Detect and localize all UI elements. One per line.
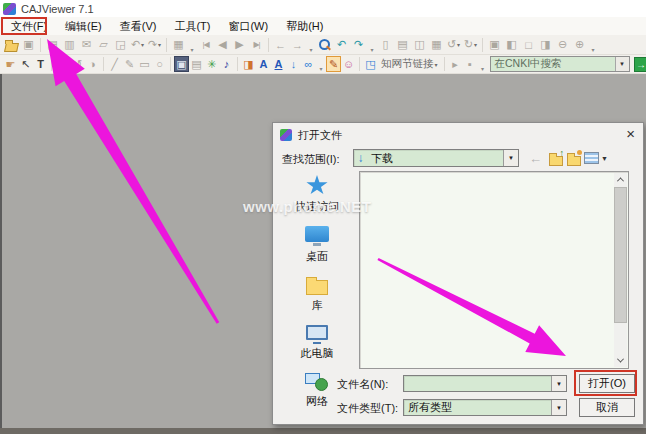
title-bar: CAJViewer 7.1 — [0, 0, 646, 17]
sidebar-item-this-pc[interactable]: 此电脑 — [301, 325, 334, 361]
toolbar-overflow-icon[interactable]: ▾ — [188, 37, 196, 53]
app-icon — [3, 3, 16, 15]
menu-help[interactable]: 帮助(H) — [277, 17, 332, 36]
email-icon[interactable]: ✉ — [78, 37, 95, 53]
rotate-back-icon[interactable]: ↺ — [70, 56, 85, 72]
previous-page-icon[interactable]: ◀ — [214, 37, 231, 53]
menu-window[interactable]: 窗口(W) — [219, 17, 277, 36]
image-select-icon[interactable]: ▣ — [174, 56, 189, 72]
view-menu-icon[interactable]: ▼ — [583, 150, 609, 166]
chevron-down-icon[interactable]: ▼ — [551, 400, 566, 415]
menu-file[interactable]: 文件(F) — [2, 17, 56, 36]
cancel-button[interactable]: 取消 — [579, 398, 635, 417]
look-in-combobox[interactable]: ↓ 下载 ▼ — [353, 149, 519, 167]
continuous-page-icon[interactable]: ▤ — [394, 37, 411, 53]
actual-size-icon[interactable]: □ — [520, 37, 537, 53]
properties-icon[interactable]: ▦ — [170, 37, 187, 53]
text-select-icon[interactable]: T — [33, 56, 48, 72]
toolbar-main: ▣▤▥✉▱◲↶↷▦▾|◀◀▶▶|←→▾↶↷▾▯▤◫▦↺↻▣◧□◨⊖⊕▾ — [0, 35, 646, 55]
rotate-right-icon[interactable]: ↻ — [462, 37, 479, 53]
save-icon[interactable]: ▣ — [20, 37, 37, 53]
scrollbar[interactable] — [614, 173, 627, 367]
rectangle-tool-icon[interactable]: ▭ — [137, 56, 152, 72]
previous-view-icon[interactable]: ↶ — [333, 37, 350, 53]
print-preview-icon[interactable]: ▥ — [61, 37, 78, 53]
mirror-icon[interactable]: ◑ — [85, 56, 100, 72]
ocr-tool-icon[interactable]: ✳ — [204, 56, 219, 72]
undo-icon[interactable]: ↶ — [129, 37, 146, 53]
text-note-icon[interactable]: A — [256, 56, 271, 72]
line-tool-icon[interactable]: ╱ — [107, 56, 122, 72]
underline-text-icon[interactable]: A — [271, 56, 286, 72]
forward-view-icon[interactable]: → — [289, 37, 306, 53]
facing-page-icon[interactable]: ◫ — [411, 37, 428, 53]
redo-icon[interactable]: ↷ — [146, 37, 163, 53]
fit-width-icon[interactable]: ◧ — [503, 37, 520, 53]
watermark: www.phome.NET — [243, 198, 371, 215]
file-name-combobox[interactable]: ▼ — [403, 375, 567, 392]
zoom-out-icon[interactable]: ⊖ — [554, 37, 571, 53]
rotate-tool-icon[interactable]: ↻ — [55, 56, 70, 72]
annotation-pen-icon[interactable]: ✎ — [326, 56, 341, 72]
cnki-search-combobox[interactable]: 在CNKI中搜索 ▼ — [490, 56, 630, 72]
sound-note-icon[interactable]: ♪ — [219, 56, 234, 72]
stop-icon[interactable]: ▪ — [463, 56, 478, 72]
toolbar-overflow-icon[interactable]: ▾ — [589, 37, 597, 53]
file-list[interactable] — [359, 171, 629, 369]
chevron-down-icon[interactable]: ▼ — [503, 150, 518, 166]
find-icon[interactable] — [316, 37, 333, 53]
scroll-up-icon[interactable] — [614, 173, 627, 186]
toolbar-annotation-items: ☛↖T↻↺◑╱✎▭○▣▤✳♪◨AA↓∞▾✎☺◳知网节链接▸▪▾ — [3, 55, 488, 73]
face-note-icon[interactable]: ☺ — [341, 56, 356, 72]
hand-tool-icon[interactable]: ☛ — [3, 56, 18, 72]
open-button[interactable]: 打开(O) — [579, 374, 635, 393]
hyperlink-icon[interactable]: ∞ — [301, 56, 316, 72]
print-icon[interactable]: ▤ — [44, 37, 61, 53]
open-file-icon[interactable] — [3, 37, 20, 53]
file-type-combobox[interactable]: 所有类型 ▼ — [403, 399, 567, 416]
up-one-level-icon[interactable]: ↑ — [547, 150, 564, 166]
scroll-down-icon[interactable] — [614, 354, 627, 367]
single-page-icon[interactable]: ▯ — [377, 37, 394, 53]
continuous-facing-icon[interactable]: ▦ — [428, 37, 445, 53]
close-icon[interactable]: × — [626, 125, 635, 143]
cnki-link-button[interactable]: 知网节链接 — [378, 56, 441, 72]
next-view-icon[interactable]: ↷ — [350, 37, 367, 53]
ellipse-tool-icon[interactable]: ○ — [152, 56, 167, 72]
stamp-icon[interactable]: ◨ — [241, 56, 256, 72]
play-icon[interactable]: ▸ — [448, 56, 463, 72]
back-icon[interactable]: ← — [527, 150, 544, 166]
copy-icon[interactable]: ▱ — [95, 37, 112, 53]
si-desktop — [305, 226, 329, 242]
last-page-icon[interactable]: ▶| — [248, 37, 265, 53]
toolbar-overflow-icon[interactable]: ▾ — [317, 56, 325, 72]
chevron-down-icon[interactable]: ▼ — [615, 57, 629, 71]
rotate-left-icon[interactable]: ↺ — [445, 37, 462, 53]
sidebar-item-libraries[interactable]: 库 — [306, 276, 328, 313]
snapshot-icon[interactable]: ◲ — [112, 37, 129, 53]
text-box-icon[interactable]: ▤ — [189, 56, 204, 72]
pen-tool-icon[interactable]: ✎ — [122, 56, 137, 72]
sidebar-item-desktop[interactable]: 桌面 — [305, 226, 329, 264]
toolbar-overflow-icon[interactable]: ▾ — [479, 56, 487, 72]
chevron-down-icon[interactable]: ▼ — [551, 376, 566, 391]
fit-page-icon[interactable]: ▣ — [486, 37, 503, 53]
next-page-icon[interactable]: ▶ — [231, 37, 248, 53]
cnki-node-icon[interactable]: ◳ — [363, 56, 378, 72]
zoom-in-icon[interactable]: ⊕ — [571, 37, 588, 53]
toolbar-overflow-icon[interactable]: ▾ — [368, 37, 376, 53]
select-tool-icon[interactable]: ↖ — [18, 56, 33, 72]
menu-view[interactable]: 查看(V) — [111, 17, 166, 36]
new-folder-icon[interactable] — [565, 150, 582, 166]
menu-tools[interactable]: 工具(T) — [165, 17, 219, 36]
insert-down-icon[interactable]: ↓ — [286, 56, 301, 72]
search-go-button[interactable]: → — [634, 57, 646, 72]
menu-edit[interactable]: 编辑(E) — [56, 17, 111, 36]
toolbar-overflow-icon[interactable]: ▾ — [307, 37, 315, 53]
menu-bar: 文件(F)编辑(E)查看(V)工具(T)窗口(W)帮助(H) — [0, 17, 646, 35]
app-title: CAJViewer 7.1 — [21, 3, 94, 15]
first-page-icon[interactable]: |◀ — [197, 37, 214, 53]
scroll-thumb[interactable] — [614, 187, 627, 323]
back-view-icon[interactable]: ← — [272, 37, 289, 53]
fit-visible-icon[interactable]: ◨ — [537, 37, 554, 53]
